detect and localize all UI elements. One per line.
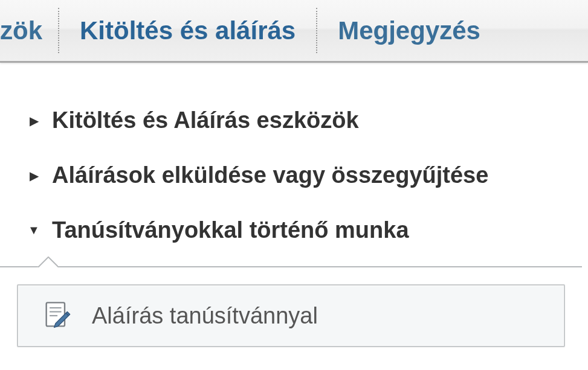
sign-document-icon [39, 298, 75, 334]
accordion-label: Kitöltés és Aláírás eszközök [52, 107, 359, 133]
chevron-right-icon: ▶ [28, 168, 40, 183]
accordion-pointer [36, 257, 58, 267]
accordion-label: Tanúsítványokkal történő munka [52, 217, 409, 243]
tab-label: zök [0, 16, 42, 45]
accordion-item-send-collect-signatures[interactable]: ▶ Aláírások elküldése vagy összegyűjtése [28, 154, 582, 197]
chevron-right-icon: ▶ [28, 113, 40, 128]
action-label: Aláírás tanúsítvánnyal [92, 303, 318, 329]
tab-label: Kitöltés és aláírás [80, 16, 296, 45]
tab-label: Megjegyzés [338, 16, 480, 45]
tab-fill-and-sign[interactable]: Kitöltés és aláírás [59, 0, 316, 61]
accordion-label: Aláírások elküldése vagy összegyűjtése [52, 162, 488, 188]
accordion-content-certificates: Aláírás tanúsítvánnyal [0, 266, 582, 364]
accordion-item-fill-sign-tools[interactable]: ▶ Kitöltés és Aláírás eszközök [28, 99, 582, 142]
accordion-item-certificates-work[interactable]: ▼ Tanúsítványokkal történő munka [28, 209, 582, 252]
chevron-down-icon: ▼ [28, 223, 40, 237]
panel-tabs-toolbar: zök Kitöltés és aláírás Megjegyzés [0, 0, 588, 63]
sign-with-certificate-button[interactable]: Aláírás tanúsítvánnyal [17, 284, 565, 347]
fill-and-sign-panel: ▶ Kitöltés és Aláírás eszközök ▶ Aláírás… [0, 63, 588, 370]
tab-comment[interactable]: Megjegyzés [317, 0, 501, 61]
tab-tools-partial[interactable]: zök [0, 0, 58, 61]
